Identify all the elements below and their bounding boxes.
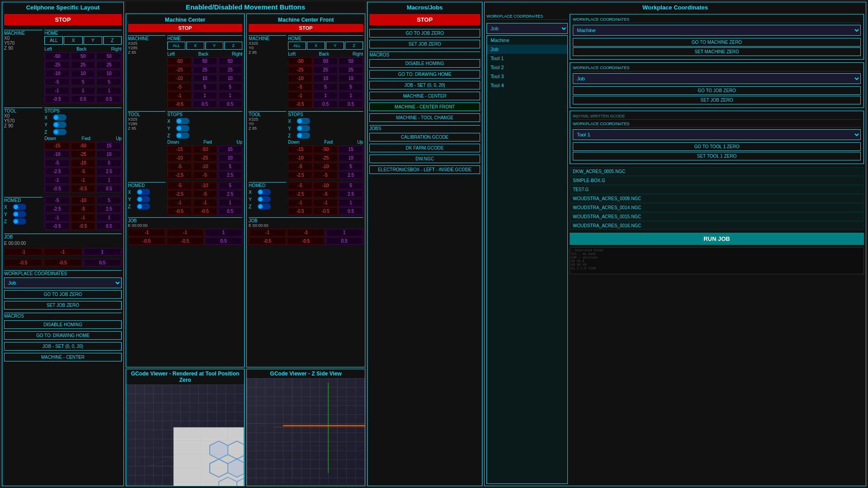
mcf-stops-y-toggle[interactable]: [297, 125, 310, 131]
wc-box-3-go-zero[interactable]: GO TO TOOL 1 ZERO: [573, 142, 861, 151]
job-item-3[interactable]: TEST.G: [570, 185, 864, 194]
home-y-btn[interactable]: Y: [84, 36, 102, 45]
mcf-stop-btn[interactable]: STOP: [249, 24, 363, 32]
mc-homed-y[interactable]: [137, 196, 150, 202]
machine-label: MACHINE: [4, 30, 42, 36]
set-job-zero-btn[interactable]: SET JOB ZERO: [4, 301, 122, 310]
home-all-btn[interactable]: ALL: [44, 36, 63, 45]
down-label: Down: [44, 136, 56, 141]
mcf-homed-y[interactable]: [257, 196, 271, 202]
mcf-stops-x-toggle[interactable]: [297, 118, 310, 124]
mcf-home-z[interactable]: Z: [345, 42, 363, 50]
mcf-stops-z-toggle[interactable]: [297, 132, 310, 139]
mcf-home-x[interactable]: X: [307, 42, 325, 50]
wc-box-2-set-zero[interactable]: SET JOB ZERO: [573, 96, 861, 104]
stops-label: STOPS: [44, 108, 122, 113]
mc-stops-label: STOPS: [167, 111, 242, 117]
middle-panel: Enabled/Disabled Movement Buttons Machin…: [126, 2, 365, 486]
mc-home-y[interactable]: Y: [205, 42, 223, 50]
job-dk-farm[interactable]: DK FARM.GCODE: [369, 144, 480, 152]
mc-homed-x[interactable]: [137, 189, 150, 195]
homed-z-toggle[interactable]: [13, 218, 26, 225]
macros-go-job-zero[interactable]: GO TO JOB ZERO: [369, 29, 480, 38]
wc-menu-tool1[interactable]: Tool 1: [487, 54, 567, 63]
mc-neg2_5: -2.5: [167, 171, 192, 179]
mc-stops-z-toggle[interactable]: [176, 132, 189, 139]
mc-homed-neg2_5: -2.5: [167, 190, 192, 198]
homed-y-toggle[interactable]: [13, 211, 26, 217]
home-x-btn[interactable]: X: [64, 36, 82, 45]
macros-disable-homing[interactable]: DISABLE HOMING: [369, 59, 480, 68]
jog-0_5-z: 0.5: [96, 185, 122, 192]
left-panel-title: Cellphone Specific Layout: [4, 4, 122, 11]
macros-job-set[interactable]: JOB - SET (0, 0, 20): [369, 81, 480, 89]
disable-homing-btn[interactable]: DISABLE HOMING: [4, 320, 122, 329]
mcf-homed-x[interactable]: [257, 189, 271, 195]
go-to-job-zero-btn[interactable]: GO TO JOB ZERO: [4, 290, 122, 299]
wc-box-3-set-zero[interactable]: SET TOOL 1 ZERO: [573, 152, 861, 160]
mc-neg10-z: -10: [167, 154, 192, 162]
job-set-btn[interactable]: JOB - SET (0, 0, 20): [4, 342, 122, 351]
wc-box-1-go-zero[interactable]: GO TO MACHINE ZERO: [573, 38, 861, 47]
go-drawing-home-btn[interactable]: GO TO: DRAWING HOME: [4, 331, 122, 340]
wc-box-1-select[interactable]: Machine: [573, 25, 861, 36]
mc-homed-1: 1: [218, 199, 242, 206]
stops-y-toggle[interactable]: [53, 122, 66, 128]
mc-homed-neg1: -1: [167, 199, 192, 206]
job-calibration[interactable]: CALIBRATION.GCODE: [369, 133, 480, 141]
wc-menu-machine[interactable]: Machine: [487, 36, 567, 45]
mc-down: Down: [167, 140, 179, 145]
wc-menu-tool4[interactable]: Tool 4: [487, 81, 567, 90]
stops-x-toggle[interactable]: [53, 114, 66, 121]
macros-machine-center[interactable]: MACHINE - CENTER: [369, 92, 480, 100]
machine-center-btn[interactable]: MACHINE - CENTER: [4, 353, 122, 361]
wc-box-3-select[interactable]: Tool 1: [573, 129, 861, 140]
wc-top-select[interactable]: Job: [486, 23, 568, 34]
jog-10-z: 10: [96, 150, 122, 158]
mcf-home-y[interactable]: Y: [326, 42, 344, 50]
homed-x-toggle[interactable]: [13, 204, 26, 210]
job-item-6[interactable]: WOUDSTRA_ACRES_0015.NGC: [570, 212, 864, 221]
left-stop-button[interactable]: STOP: [4, 14, 122, 25]
mcf-machine-z: Z 85: [249, 50, 286, 55]
jog-50-b: 50: [71, 52, 96, 60]
macros-tool-change[interactable]: MACHINE - TOOL CHANGE: [369, 113, 480, 122]
job-item-7[interactable]: WOUDSTRA_ACRES_0016.NGC: [570, 221, 864, 230]
mc-stops-y-toggle[interactable]: [176, 125, 189, 131]
job-item-2[interactable]: SIMPLE-BOX.G: [570, 176, 864, 185]
home-z-btn[interactable]: Z: [103, 36, 122, 45]
run-job-btn[interactable]: RUN JOB: [570, 233, 864, 245]
mc-homed-z[interactable]: [137, 203, 150, 210]
stops-z-toggle[interactable]: [53, 129, 66, 135]
job-item-4[interactable]: WOUDSTRA_ACRES_0009.NGC: [570, 194, 864, 203]
job-dw-ngc[interactable]: DW.NGC: [369, 155, 480, 163]
gcode-title-2: GCode Viewer - Z Side View: [247, 369, 365, 378]
mc-home-all[interactable]: ALL: [167, 42, 185, 50]
mc-50: 50: [193, 57, 217, 65]
mcf-home-all[interactable]: ALL: [288, 42, 306, 50]
wp-select[interactable]: Job: [4, 277, 122, 288]
mc-home-z[interactable]: Z: [224, 42, 242, 50]
wc-box-2-select[interactable]: Job: [573, 73, 861, 84]
job-item-1[interactable]: DKW_ACRES_0005.NGC: [570, 167, 864, 176]
macros-drawing-home[interactable]: GO TO: DRAWING HOME: [369, 70, 480, 79]
mc-stop-btn[interactable]: STOP: [128, 24, 242, 32]
jog-1-z: 1: [96, 176, 122, 184]
mc-stops-x-toggle[interactable]: [176, 118, 189, 124]
jog-neg0_5-bz: -0.5: [71, 185, 96, 192]
homed-z-label: Z: [4, 219, 11, 224]
macros-stop-btn[interactable]: STOP: [369, 14, 480, 25]
wc-menu-job[interactable]: Job: [487, 45, 567, 54]
wc-box-2-go-zero[interactable]: GO TO JOB ZERO: [573, 86, 861, 95]
job-electronics-box[interactable]: ELECTRONICSBOX - LEFT - INSIDE.GCODE: [369, 165, 480, 174]
mcf-50-b: 50: [339, 57, 363, 65]
wc-menu-tool2[interactable]: Tool 2: [487, 63, 567, 72]
mcf-homed-z[interactable]: [257, 203, 271, 210]
job-item-5[interactable]: WOUDSTRA_ACRES_0014.NGC: [570, 203, 864, 212]
tool-z: Z 90: [4, 123, 42, 128]
mc-home-x[interactable]: X: [186, 42, 204, 50]
wc-menu-tool3[interactable]: Tool 3: [487, 72, 567, 81]
macros-machine-center-front[interactable]: MACHINE - CENTER FRONT: [369, 103, 480, 111]
macros-set-job-zero[interactable]: SET JOB ZERO: [369, 40, 480, 48]
wc-box-1-set-zero[interactable]: SET MACHINE ZERO: [573, 47, 861, 56]
